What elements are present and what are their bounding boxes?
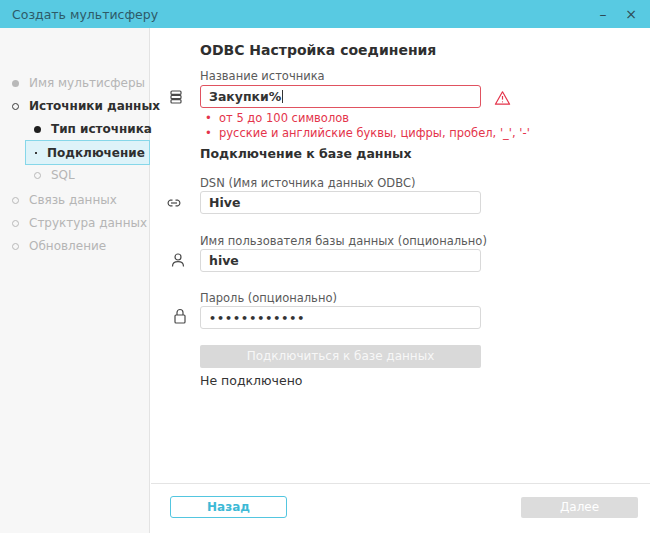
password-input[interactable]: •••••••••••• <box>200 306 481 329</box>
step-bullet-icon <box>12 103 19 110</box>
sidebar-item-label: Имя мультисферы <box>29 76 145 90</box>
username-input[interactable]: hive <box>200 249 481 272</box>
step-bullet-icon <box>12 80 19 87</box>
sidebar-item-label: Структура данных <box>29 216 147 230</box>
close-icon[interactable]: × <box>620 3 642 25</box>
validation-error-item: •от 5 до 100 символов <box>205 111 530 126</box>
username-value: hive <box>209 253 239 268</box>
text-caret <box>282 90 283 103</box>
step-bullet-icon <box>34 126 41 133</box>
source-name-label: Название источника <box>200 69 325 83</box>
password-value: •••••••••••• <box>209 312 305 325</box>
wizard-steps-sidebar: Имя мультисферы Источники данных Тип ист… <box>0 28 150 533</box>
db-stack-icon <box>166 87 186 107</box>
step-bullet-icon <box>12 220 19 227</box>
sidebar-item-label: SQL <box>51 168 75 182</box>
validation-error-item: •русские и английские буквы, цифры, проб… <box>205 126 530 141</box>
connect-database-button[interactable]: Подключиться к базе данных <box>200 345 481 368</box>
sidebar-item-data-structure[interactable]: Структура данных <box>12 215 147 231</box>
sidebar-item-label: Источники данных <box>29 99 160 113</box>
dsn-value: Hive <box>209 195 240 210</box>
window-title: Создать мультисферу <box>12 7 158 22</box>
sidebar-item-multisphere-name[interactable]: Имя мультисферы <box>12 75 145 91</box>
source-name-value: Закупки% <box>209 89 281 104</box>
minimize-icon[interactable]: – <box>592 3 614 25</box>
sidebar-item-label: Подключение <box>47 146 145 160</box>
sidebar-item-source-type[interactable]: Тип источника <box>34 121 152 137</box>
step-bullet-icon <box>12 243 19 250</box>
back-button[interactable]: Назад <box>170 496 287 518</box>
connection-status: Не подключено <box>200 373 302 388</box>
dsn-input[interactable]: Hive <box>200 191 481 214</box>
footer-divider <box>151 483 650 484</box>
page-title: ODBC Настройка соединения <box>200 42 436 58</box>
step-bullet-icon <box>34 172 41 179</box>
sidebar-item-connection[interactable]: Подключение <box>25 140 150 165</box>
sidebar-item-label: Тип источника <box>51 122 152 136</box>
create-multisphere-dialog: Создать мультисферу – × Имя мультисферы … <box>0 0 650 533</box>
username-label: Имя пользователя базы данных (опциональн… <box>200 234 487 248</box>
db-section-heading: Подключение к базе данных <box>200 146 411 161</box>
sidebar-item-sql[interactable]: SQL <box>34 167 75 183</box>
dsn-label: DSN (Имя источника данных ODBC) <box>200 176 415 190</box>
lock-icon <box>170 306 190 326</box>
sidebar-item-update[interactable]: Обновление <box>12 238 106 254</box>
validation-errors: •от 5 до 100 символов •русские и английс… <box>205 111 530 141</box>
step-bullet-icon <box>35 152 37 154</box>
sidebar-item-data-link[interactable]: Связь данных <box>12 192 117 208</box>
titlebar: Создать мультисферу – × <box>0 0 650 28</box>
password-label: Пароль (опционально) <box>200 291 337 305</box>
warning-triangle-icon <box>492 88 512 108</box>
sidebar-item-label: Обновление <box>29 239 106 253</box>
step-bullet-icon <box>12 197 19 204</box>
source-name-input[interactable]: Закупки% <box>200 85 481 108</box>
link-icon <box>164 193 184 213</box>
user-icon <box>168 250 188 270</box>
sidebar-item-data-sources[interactable]: Источники данных <box>12 98 160 114</box>
next-button[interactable]: Далее <box>521 497 638 518</box>
sidebar-item-label: Связь данных <box>29 193 117 207</box>
